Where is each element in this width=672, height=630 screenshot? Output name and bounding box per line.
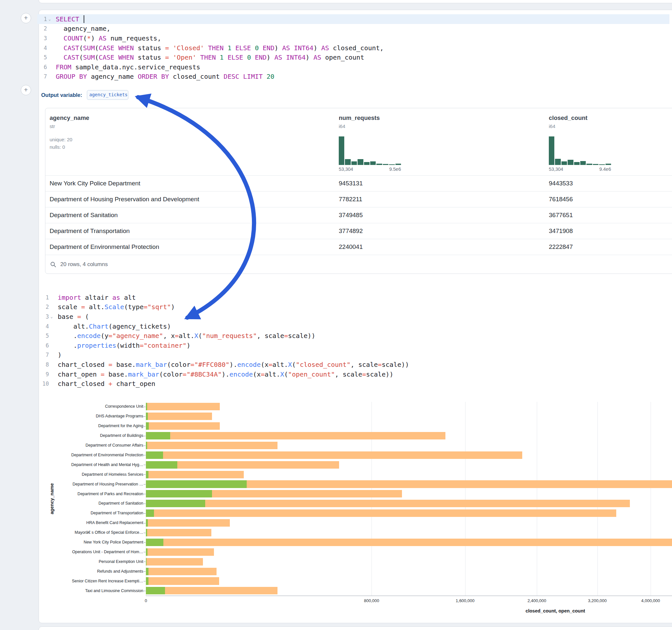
- y-axis-tick: [144, 494, 146, 494]
- bar-open_count: [146, 461, 177, 468]
- y-axis-title: agency_name: [49, 483, 54, 514]
- table-cell: 3471908: [549, 223, 573, 239]
- gridline: [146, 402, 146, 596]
- bar-open_count: [146, 490, 212, 498]
- y-axis-tick: [144, 571, 146, 572]
- output-variable-row: Output variable: agency_tickets: [41, 90, 128, 100]
- histogram-bar: [574, 162, 580, 165]
- code-text: chart_closed + chart_open: [54, 380, 155, 388]
- sql-code-editor[interactable]: 1⌄SELECT 2 agency_name,3 COUNT(*) AS num…: [37, 14, 669, 81]
- line-number: 1: [37, 16, 47, 22]
- column-type: i64: [339, 123, 380, 129]
- code-line[interactable]: 5 .encode(y="agency_name", x=alt.X("num_…: [39, 331, 671, 341]
- code-line[interactable]: 7GROUP BY agency_name ORDER BY closed_co…: [37, 72, 669, 82]
- y-axis-tick: [144, 426, 146, 427]
- fold-chevron-icon[interactable]: ⌄: [47, 17, 52, 21]
- code-line[interactable]: 2scale = alt.Scale(type="sqrt"): [39, 302, 671, 312]
- bar-closed_count: [146, 509, 616, 517]
- column-type: str: [50, 123, 89, 129]
- bar-open_count: [146, 558, 146, 565]
- table-row[interactable]: New York City Police Department945313194…: [45, 175, 672, 191]
- code-text: FROM sample_data.nyc.service_requests: [52, 63, 200, 71]
- bar-open_count: [146, 577, 148, 585]
- x-tick-label: 0: [145, 598, 147, 603]
- code-line[interactable]: 4 alt.Chart(agency_tickets): [39, 321, 671, 331]
- y-axis-tick: [144, 475, 146, 475]
- notebook-page: + + 1⌄SELECT 2 agency_name,3 COUNT(*) AS…: [0, 0, 672, 630]
- gridline: [371, 402, 372, 596]
- y-axis-tick: [144, 504, 146, 504]
- code-line[interactable]: 5 CAST(SUM(CASE WHEN status = 'Open' THE…: [37, 52, 669, 62]
- y-axis-label: Department of Environmental Protection: [46, 453, 143, 457]
- python-code-editor[interactable]: 1import altair as alt2scale = alt.Scale(…: [39, 293, 671, 389]
- code-line[interactable]: 4 CAST(SUM(CASE WHEN status = 'Closed' T…: [37, 43, 669, 53]
- code-text: import altair as alt: [54, 294, 136, 301]
- code-text: chart_closed = base.mark_bar(color="#FFC…: [54, 361, 409, 368]
- bar-open_count: [146, 413, 148, 420]
- line-number: 5: [39, 333, 49, 339]
- output-variable-label: Output variable:: [41, 92, 82, 98]
- histogram-bar: [561, 162, 567, 165]
- code-line[interactable]: 10chart_closed + chart_open: [39, 379, 671, 389]
- column-header-num_requests[interactable]: num_requestsi64: [339, 114, 380, 129]
- previous-cell-card-edge: [39, 0, 672, 3]
- code-line[interactable]: 3 COUNT(*) AS num_requests,: [37, 33, 669, 43]
- table-row[interactable]: Department of Transportation377489234719…: [45, 223, 672, 239]
- line-number: 1: [39, 294, 49, 301]
- bar-closed_count: [146, 548, 214, 556]
- code-line[interactable]: 7): [39, 350, 671, 360]
- fold-chevron-icon[interactable]: ⌄: [49, 314, 54, 319]
- line-number: 10: [39, 381, 49, 387]
- altair-bar-chart: Correspondence UnitDHS Advantage Program…: [45, 397, 672, 621]
- code-line[interactable]: 6 .properties(width="container"): [39, 341, 671, 350]
- column-header-closed_count[interactable]: closed_counti64: [549, 114, 587, 129]
- code-text: GROUP BY agency_name ORDER BY closed_cou…: [52, 73, 274, 80]
- line-number: 6: [37, 64, 47, 70]
- y-axis-tick: [144, 445, 146, 446]
- search-icon[interactable]: [50, 261, 56, 268]
- y-axis-label: Department of Buildings: [46, 433, 143, 438]
- table-body: New York City Police Department945313194…: [45, 175, 672, 255]
- y-axis-label: Correspondence Unit: [46, 404, 143, 409]
- table-row[interactable]: Department of Sanitation37494853677651: [45, 207, 672, 223]
- add-cell-button[interactable]: +: [21, 13, 31, 23]
- y-axis-tick: [144, 591, 146, 591]
- line-number: 5: [37, 54, 47, 60]
- code-text: CAST(SUM(CASE WHEN status = 'Open' THEN …: [52, 53, 364, 61]
- code-line[interactable]: 2 agency_name,: [37, 24, 669, 34]
- y-axis-label: Department of Sanitation: [46, 501, 143, 506]
- histogram-bar: [599, 164, 605, 165]
- table-row[interactable]: Department of Housing Preservation and D…: [45, 191, 672, 207]
- gridline: [537, 402, 537, 596]
- code-line[interactable]: 9chart_open = base.mark_bar(color="#8BC3…: [39, 369, 671, 379]
- query-result-table: agency_namestrunique: 20nulls: 0num_requ…: [45, 108, 672, 274]
- table-cell: 7782211: [339, 192, 362, 207]
- histogram-bar: [580, 161, 586, 165]
- code-line[interactable]: 1import altair as alt: [39, 293, 671, 302]
- histogram-bar: [593, 164, 598, 165]
- code-line[interactable]: 3⌄base = (: [39, 312, 671, 321]
- bar-closed_count: [146, 432, 446, 439]
- code-line[interactable]: 8chart_closed = base.mark_bar(color="#FF…: [39, 360, 671, 369]
- table-cell: 7618456: [549, 192, 573, 207]
- column-header-agency_name[interactable]: agency_namestrunique: 20nulls: 0: [50, 114, 89, 150]
- bar-open_count: [146, 529, 147, 536]
- code-text: alt.Chart(agency_tickets): [54, 322, 171, 330]
- add-cell-button[interactable]: +: [21, 85, 31, 95]
- bar-closed_count: [146, 568, 217, 575]
- table-cell: 2240041: [339, 239, 363, 255]
- text-cursor: [83, 15, 84, 23]
- table-row[interactable]: Department of Environmental Protection22…: [45, 239, 672, 255]
- output-variable-chip[interactable]: agency_tickets: [87, 90, 128, 100]
- y-axis-label: Personal Exemption Unit: [46, 559, 143, 564]
- bar-closed_count: [146, 577, 219, 585]
- histogram-range-labels: 53,3049.4e6: [549, 167, 611, 172]
- gridline: [651, 402, 651, 596]
- code-line[interactable]: 6FROM sample_data.nyc.service_requests: [37, 62, 669, 72]
- column-histogram: [339, 137, 401, 165]
- y-axis-tick: [144, 455, 146, 455]
- histogram-max: 9.5e6: [389, 167, 401, 172]
- bar-open_count: [146, 471, 148, 478]
- code-line[interactable]: 1⌄SELECT: [37, 14, 669, 24]
- line-number: 8: [39, 361, 49, 368]
